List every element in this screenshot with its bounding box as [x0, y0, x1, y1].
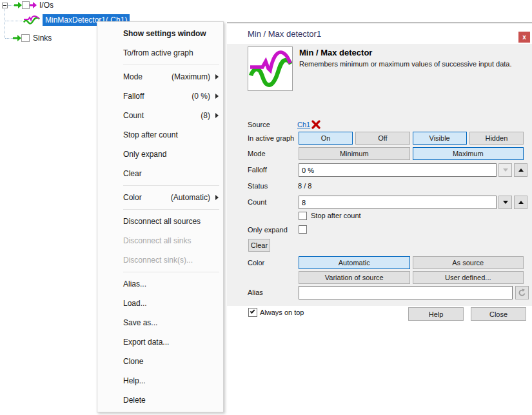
in-active-graph-group: On Off Visible Hidden — [299, 132, 524, 145]
graph-off-button[interactable]: Off — [355, 132, 409, 145]
color-label: Color — [248, 259, 264, 267]
menu-item-falloff[interactable]: Falloff(0 %) — [97, 86, 223, 106]
menu-item-help[interactable]: Help... — [97, 371, 223, 390]
menu-item-count[interactable]: Count(8) — [97, 106, 223, 125]
alias-reset-button — [515, 286, 529, 299]
menu-item-disconnect-sinks: Disconnect sink(s)... — [97, 250, 223, 270]
falloff-increase-button[interactable] — [514, 163, 527, 177]
tree-node-ios[interactable]: I/Os — [14, 1, 54, 10]
count-input[interactable] — [299, 196, 497, 209]
undo-icon — [518, 288, 526, 297]
menu-item-alias[interactable]: Alias... — [97, 274, 223, 294]
color-as-source-button[interactable]: As source — [413, 256, 524, 269]
sink-icon — [13, 34, 30, 43]
menu-item-save-as[interactable]: Save as... — [97, 313, 223, 332]
menu-separator — [123, 185, 219, 186]
falloff-input[interactable] — [299, 163, 497, 177]
tree-node-label: I/Os — [39, 1, 54, 10]
close-button[interactable]: Close — [471, 307, 526, 321]
arrow-up-icon — [518, 168, 524, 172]
minmax-detector-icon — [248, 46, 293, 91]
menu-separator — [123, 65, 219, 65]
count-increase-button[interactable] — [514, 196, 527, 209]
menu-item-color[interactable]: Color(Automatic) — [97, 188, 223, 207]
minmax-wave-icon — [23, 15, 40, 26]
only-expand-label: Only expand — [248, 226, 288, 234]
mode-label: Mode — [248, 150, 266, 157]
count-decrease-button[interactable] — [498, 196, 512, 209]
dialog-titlebar[interactable]: Min / Max detector1 x — [227, 23, 532, 44]
submenu-arrow-icon — [215, 195, 219, 200]
count-label: Count — [248, 198, 266, 206]
menu-item-clear[interactable]: Clear — [97, 164, 223, 183]
menu-item-disconnect-all-sinks: Disconnect all sinks — [97, 231, 223, 250]
arrow-up-icon — [518, 201, 524, 204]
falloff-decrease-button — [498, 163, 512, 177]
menu-item-stop-after-count[interactable]: Stop after count — [97, 125, 223, 145]
color-variation-of-source-button[interactable]: Variation of source — [299, 271, 410, 284]
color-user-defined-button[interactable]: User defined... — [413, 271, 524, 284]
help-button[interactable]: Help — [408, 307, 464, 321]
menu-item-only-expand[interactable]: Only expand — [97, 145, 223, 164]
falloff-label: Falloff — [248, 166, 267, 174]
context-menu: Show settings window To/from active grap… — [97, 21, 224, 412]
always-on-top-checkbox[interactable] — [248, 308, 257, 317]
color-group-row1: Automatic As source — [299, 256, 524, 269]
tree-connector-line — [5, 21, 23, 21]
color-group-row2: Variation of source User defined... — [299, 271, 524, 284]
detector-heading: Min / Max detector — [299, 48, 372, 57]
arrow-down-icon — [503, 201, 508, 204]
menu-item-disconnect-all-sources[interactable]: Disconnect all sources — [97, 212, 223, 231]
source-label: Source — [248, 121, 270, 128]
only-expand-checkbox[interactable] — [299, 225, 307, 234]
minus-icon — [3, 5, 6, 6]
graph-visible-button[interactable]: Visible — [413, 132, 467, 145]
menu-item-to-from-active-graph[interactable]: To/from active graph — [97, 43, 223, 63]
graph-on-button[interactable]: On — [299, 132, 353, 145]
menu-separator — [123, 272, 219, 272]
status-label: Status — [248, 182, 268, 190]
menu-separator — [123, 209, 219, 210]
stop-after-count-label: Stop after count — [311, 212, 361, 219]
menu-item-load[interactable]: Load... — [97, 294, 223, 313]
stop-after-count-checkbox[interactable] — [299, 212, 307, 220]
dialog-title: Min / Max detector1 — [248, 29, 321, 39]
tree-connector-line — [8, 5, 14, 6]
detector-description: Remembers minimum or maximum values of s… — [299, 60, 526, 68]
tree-connector-line — [5, 38, 13, 39]
always-on-top-label: Always on top — [260, 309, 304, 316]
menu-item-clone[interactable]: Clone — [97, 352, 223, 371]
tree-collapse-toggle[interactable] — [2, 3, 8, 8]
clear-button[interactable]: Clear — [248, 239, 270, 252]
in-active-graph-label: In active graph — [248, 134, 294, 142]
menu-item-mode[interactable]: Mode(Maximum) — [97, 67, 223, 86]
menu-item-export-data[interactable]: Export data... — [97, 332, 223, 352]
status-value: 8 / 8 — [298, 182, 311, 190]
remove-source-icon[interactable] — [311, 120, 320, 129]
mode-minimum-button[interactable]: Minimum — [299, 147, 410, 160]
input-output-icon — [14, 1, 37, 10]
checkmark-icon — [250, 309, 255, 314]
submenu-arrow-icon — [215, 94, 219, 99]
source-channel-link[interactable]: Ch1 — [297, 121, 310, 128]
alias-input[interactable] — [299, 286, 513, 299]
tree-node-sinks[interactable]: Sinks — [13, 34, 52, 43]
alias-label: Alias — [248, 288, 263, 296]
close-icon[interactable]: x — [518, 32, 530, 43]
submenu-arrow-icon — [215, 113, 219, 118]
submenu-arrow-icon — [215, 74, 219, 79]
menu-item-delete[interactable]: Delete — [97, 390, 223, 410]
tree-node-label: Sinks — [33, 34, 52, 43]
tree-connector-line — [5, 9, 5, 38]
dialog-body: Min / Max detector Remembers minimum or … — [227, 44, 532, 306]
color-automatic-button[interactable]: Automatic — [299, 256, 410, 269]
arrow-down-icon — [503, 168, 508, 172]
settings-dialog: Min / Max detector1 x Min / Max detector… — [227, 23, 532, 305]
graph-hidden-button[interactable]: Hidden — [469, 132, 524, 145]
mode-maximum-button[interactable]: Maximum — [413, 147, 524, 160]
mode-group: Minimum Maximum — [299, 147, 524, 160]
app-canvas: I/Os MinMaxDetector1( Ch1) Sinks Show se… — [0, 0, 532, 415]
menu-item-show-settings[interactable]: Show settings window — [97, 24, 223, 43]
